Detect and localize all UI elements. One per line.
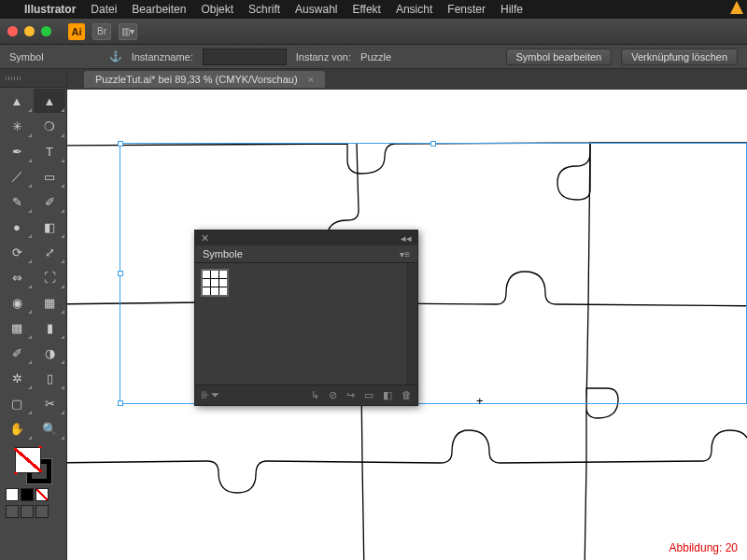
panel-trash-icon[interactable]: 🗑 <box>402 389 412 401</box>
eyedropper-tool[interactable]: ✐ <box>1 341 33 365</box>
menu-fenster[interactable]: Fenster <box>447 3 486 16</box>
pencil-tool[interactable]: ✐ <box>34 189 65 214</box>
magic-wand-tool[interactable]: ✳ <box>1 114 33 138</box>
scale-tool[interactable]: ⤢ <box>34 240 65 264</box>
color-white[interactable] <box>6 488 19 501</box>
width-tool[interactable]: ⇔ <box>1 265 33 289</box>
panel-new-icon[interactable]: ▭ <box>364 389 374 401</box>
slice-tool[interactable]: ✂ <box>34 391 65 415</box>
instance-name-label: Instanzname: <box>132 51 193 63</box>
rotate-tool[interactable]: ⟳ <box>1 240 33 264</box>
document-tab-label: PuzzleTut.ai* bei 89,33 % (CMYK/Vorschau… <box>95 74 298 85</box>
instance-of-value: Puzzle <box>360 51 391 63</box>
color-mode-row <box>6 488 61 501</box>
minimize-window-button[interactable] <box>24 26 35 36</box>
selection-handle-nw[interactable] <box>118 141 123 147</box>
panel-menu-icon[interactable]: ▾≡ <box>400 249 410 259</box>
close-window-button[interactable] <box>7 26 18 36</box>
draw-normal[interactable] <box>6 505 19 518</box>
panel-library-icon[interactable]: ⊪⏷ <box>201 389 220 401</box>
panel-body[interactable] <box>195 263 417 385</box>
maximize-window-button[interactable] <box>41 26 51 36</box>
menu-bearbeiten[interactable]: Bearbeiten <box>132 3 186 16</box>
column-graph-tool[interactable]: ▯ <box>34 366 65 390</box>
blob-brush-tool[interactable]: ● <box>1 215 33 239</box>
paintbrush-tool[interactable]: ✎ <box>1 189 33 214</box>
perspective-grid-tool[interactable]: ▦ <box>34 290 65 315</box>
symbol-thumbnail[interactable] <box>201 269 229 297</box>
panel-break-icon[interactable]: ⊘ <box>329 389 337 401</box>
canvas[interactable]: + Abbildung: 20 ✕ ◂◂ Symbole ▾≡ ⊪⏷ <box>67 90 747 560</box>
bridge-button[interactable]: Br <box>92 23 111 40</box>
gradient-tool[interactable]: ▮ <box>34 315 65 340</box>
direct-selection-tool[interactable]: ▲ <box>34 89 65 113</box>
selection-tool[interactable]: ▲ <box>1 89 33 113</box>
shape-builder-tool[interactable]: ◉ <box>1 290 33 315</box>
fill-swatch[interactable] <box>15 447 41 473</box>
type-tool[interactable]: T <box>34 139 65 163</box>
document-tabbar: PuzzleTut.ai* bei 89,33 % (CMYK/Vorschau… <box>67 69 747 90</box>
free-transform-tool[interactable]: ⛶ <box>34 265 65 289</box>
panel-title: Symbole <box>203 248 243 259</box>
pen-tool[interactable]: ✒ <box>1 139 33 163</box>
eraser-tool[interactable]: ◧ <box>34 215 65 239</box>
rectangle-tool[interactable]: ▭ <box>34 164 65 189</box>
notification-icon[interactable] <box>730 1 743 14</box>
fill-stroke-control[interactable] <box>15 447 52 484</box>
selection-handle-sw[interactable] <box>118 400 123 406</box>
instance-name-input[interactable] <box>203 49 287 65</box>
menu-effekt[interactable]: Effekt <box>352 3 380 16</box>
zoom-tool[interactable]: 🔍 <box>34 416 65 441</box>
artboard-tool[interactable]: ▢ <box>1 391 33 415</box>
anchor-icon: ⚓ <box>109 50 122 63</box>
panel-head[interactable]: ✕ ◂◂ <box>195 231 417 245</box>
selection-handle-w[interactable] <box>118 271 123 276</box>
menu-auswahl[interactable]: Auswahl <box>295 3 337 16</box>
app-name[interactable]: Illustrator <box>24 3 76 16</box>
selection-handle-n[interactable] <box>430 141 436 147</box>
figure-label: Abbildung: 20 <box>669 541 738 554</box>
toolbox: ▲▲✳❍✒T／▭✎✐●◧⟳⤢⇔⛶◉▦▩▮✐◑✲▯▢✂✋🔍 <box>0 69 67 560</box>
macos-menubar: Illustrator Datei Bearbeiten Objekt Schr… <box>0 0 747 19</box>
delete-link-button[interactable]: Verknüpfung löschen <box>621 49 738 65</box>
close-tab-icon[interactable]: × <box>308 74 314 85</box>
document-area: PuzzleTut.ai* bei 89,33 % (CMYK/Vorschau… <box>67 69 747 560</box>
draw-inside[interactable] <box>35 505 49 518</box>
color-black[interactable] <box>21 488 34 501</box>
lasso-tool[interactable]: ❍ <box>34 114 65 138</box>
panel-duplicate-icon[interactable]: ◧ <box>383 389 392 401</box>
panel-close-icon[interactable]: ✕ <box>201 232 209 245</box>
panel-footer: ⊪⏷ ↳ ⊘ ↪ ▭ ◧ 🗑 <box>195 385 417 405</box>
control-bar: Symbol ⚓ Instanzname: Instanz von: Puzzl… <box>0 45 747 69</box>
panel-options-icon[interactable]: ↪ <box>346 389 355 401</box>
edit-symbol-button[interactable]: Symbol bearbeiten <box>506 49 613 65</box>
window-titlebar: Ai Br ▥▾ <box>0 19 747 45</box>
menu-datei[interactable]: Datei <box>91 3 117 16</box>
mode-label: Symbol <box>9 51 44 63</box>
menu-ansicht[interactable]: Ansicht <box>396 3 432 16</box>
symbols-panel[interactable]: ✕ ◂◂ Symbole ▾≡ ⊪⏷ ↳ ⊘ ↪ ▭ <box>194 230 418 406</box>
panel-collapse-icon[interactable]: ◂◂ <box>401 232 412 245</box>
menu-schrift[interactable]: Schrift <box>248 3 280 16</box>
draw-behind[interactable] <box>21 505 34 518</box>
color-none[interactable] <box>35 488 49 501</box>
symbol-sprayer-tool[interactable]: ✲ <box>1 366 33 390</box>
blend-tool[interactable]: ◑ <box>34 341 65 365</box>
instance-of-label: Instanz von: <box>296 51 351 63</box>
menu-hilfe[interactable]: Hilfe <box>500 3 523 16</box>
toolbox-grip[interactable] <box>0 69 66 88</box>
panel-tab[interactable]: Symbole ▾≡ <box>195 245 417 263</box>
illustrator-logo: Ai <box>68 23 85 40</box>
menu-objekt[interactable]: Objekt <box>201 3 233 16</box>
screen-mode-row <box>6 505 61 518</box>
line-tool[interactable]: ／ <box>1 164 33 189</box>
document-tab[interactable]: PuzzleTut.ai* bei 89,33 % (CMYK/Vorschau… <box>84 71 325 88</box>
traffic-lights <box>7 26 51 36</box>
mesh-tool[interactable]: ▩ <box>1 315 33 340</box>
hand-tool[interactable]: ✋ <box>1 416 33 441</box>
arrange-button[interactable]: ▥▾ <box>119 23 137 40</box>
panel-place-icon[interactable]: ↳ <box>311 389 319 401</box>
